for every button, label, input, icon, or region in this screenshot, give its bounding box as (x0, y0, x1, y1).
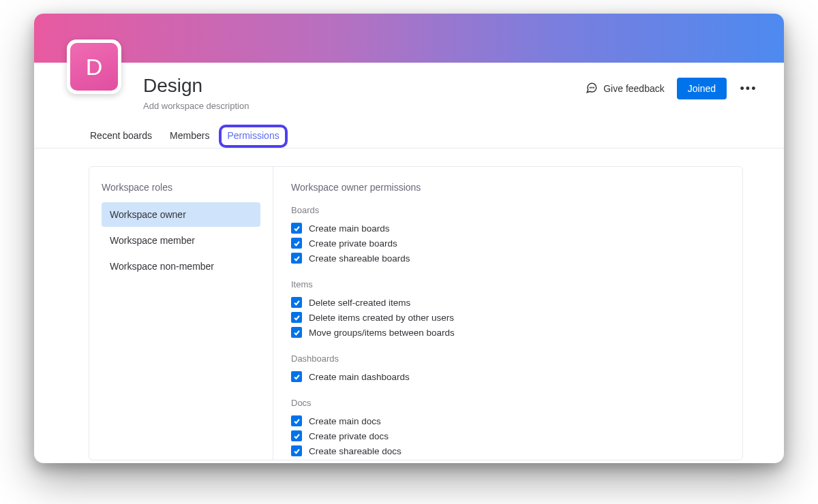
permission-label: Create private boards (309, 238, 397, 249)
feedback-icon (586, 82, 598, 96)
joined-button[interactable]: Joined (677, 78, 727, 99)
give-feedback-label: Give feedback (603, 83, 665, 94)
permission-label: Create shareable docs (309, 446, 402, 456)
checkbox-checked-icon[interactable] (291, 253, 302, 264)
permission-row: Create main docs (291, 413, 725, 428)
workspace-description-placeholder[interactable]: Add workspace description (143, 101, 249, 111)
roles-column: Workspace roles Workspace ownerWorkspace… (89, 167, 273, 460)
permission-label: Create shareable boards (309, 253, 410, 264)
permission-row: Create main dashboards (291, 369, 725, 384)
permission-label: Delete items created by other users (309, 313, 454, 323)
give-feedback-button[interactable]: Give feedback (586, 82, 665, 96)
role-nonmember[interactable]: Workspace non-member (102, 254, 260, 279)
workspace-tabs: Recent boardsMembersPermissions (34, 111, 784, 148)
permissions-panel: Workspace roles Workspace ownerWorkspace… (89, 166, 743, 460)
permission-row: Create main boards (291, 221, 725, 236)
checkbox-checked-icon[interactable] (291, 445, 302, 456)
workspace-avatar-letter: D (70, 43, 118, 91)
svg-point-0 (590, 87, 591, 88)
permission-label: Delete self-created items (309, 298, 410, 308)
roles-title: Workspace roles (102, 182, 260, 193)
checkbox-checked-icon[interactable] (291, 415, 302, 426)
svg-point-1 (592, 87, 592, 88)
permission-row: Create private docs (291, 428, 725, 443)
ellipsis-icon: ••• (740, 82, 757, 96)
checkbox-checked-icon[interactable] (291, 312, 302, 323)
permission-row: Delete self-created items (291, 295, 725, 310)
permission-label: Move groups/items between boards (309, 328, 455, 338)
role-owner[interactable]: Workspace owner (102, 202, 260, 227)
more-menu-button[interactable]: ••• (739, 79, 758, 98)
checkbox-checked-icon[interactable] (291, 327, 302, 338)
permission-label: Create private docs (309, 431, 389, 441)
tab-members[interactable]: Members (168, 130, 211, 148)
permissions-column: Workspace owner permissions BoardsCreate… (273, 167, 742, 460)
checkbox-checked-icon[interactable] (291, 371, 302, 382)
tab-recent[interactable]: Recent boards (89, 130, 153, 148)
permission-row: Create shareable boards (291, 251, 725, 266)
permission-row: Create private boards (291, 236, 725, 251)
workspace-window: D Design Add workspace description (34, 14, 784, 463)
permission-group-label: Boards (291, 205, 725, 215)
workspace-header: D Design Add workspace description (34, 63, 784, 111)
checkbox-checked-icon[interactable] (291, 430, 302, 441)
workspace-banner (34, 14, 784, 63)
permission-row: Move groups/items between boards (291, 325, 725, 340)
permission-row: Create shareable docs (291, 443, 725, 458)
tab-permissions[interactable]: Permissions (226, 130, 280, 148)
permissions-title: Workspace owner permissions (291, 182, 725, 193)
workspace-title[interactable]: Design (143, 75, 249, 97)
permission-label: Create main dashboards (309, 372, 410, 382)
permission-label: Create main boards (309, 223, 390, 234)
checkbox-checked-icon[interactable] (291, 238, 302, 249)
svg-point-2 (594, 87, 594, 88)
permission-row: Delete items created by other users (291, 310, 725, 325)
permission-group-label: Docs (291, 398, 725, 408)
checkbox-checked-icon[interactable] (291, 223, 302, 234)
role-member[interactable]: Workspace member (102, 228, 260, 253)
checkbox-checked-icon[interactable] (291, 297, 302, 308)
permission-label: Create main docs (309, 416, 381, 426)
permission-group-label: Dashboards (291, 353, 725, 364)
permission-group-label: Items (291, 279, 725, 289)
workspace-avatar[interactable]: D (67, 40, 121, 94)
